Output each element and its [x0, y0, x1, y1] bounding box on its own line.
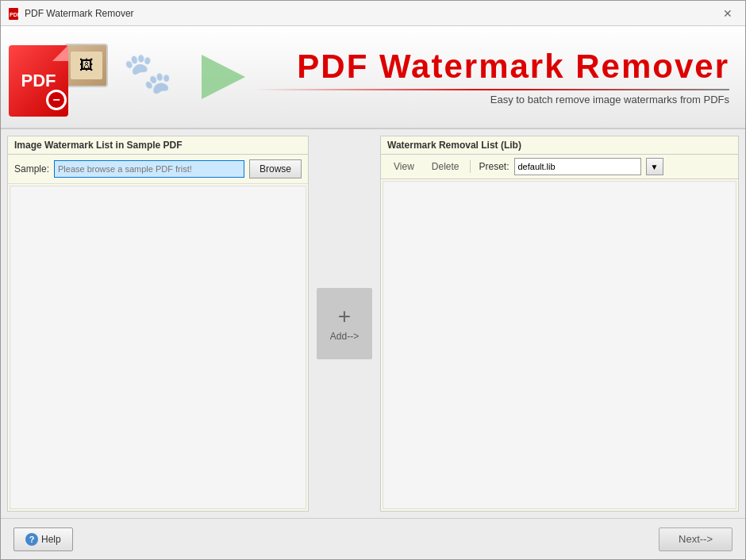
right-panel-title: Watermark Removal List (Lib) [381, 136, 738, 155]
add-label: Add--> [330, 331, 359, 342]
sample-row: Sample: Browse [8, 155, 308, 184]
middle-add-area: + Add--> [309, 136, 380, 512]
add-button[interactable]: + Add--> [317, 288, 372, 359]
right-content-area [383, 181, 736, 509]
pdf-text: PDF [21, 71, 56, 91]
delete-button[interactable]: Delete [425, 158, 466, 175]
close-button[interactable]: ✕ [717, 2, 739, 25]
right-toolbar: View Delete Preset: ▼ [381, 155, 738, 179]
preset-input[interactable] [514, 158, 641, 175]
no-circle-icon: − [46, 90, 67, 110]
svg-text:PDF: PDF [10, 12, 20, 17]
title-bar-text: PDF Watermark Remover [25, 8, 134, 19]
main-content: Image Watermark List in Sample PDF Sampl… [1, 129, 745, 518]
browse-button[interactable]: Browse [249, 159, 302, 178]
title-underline [255, 89, 729, 90]
panels-row: Image Watermark List in Sample PDF Sampl… [1, 129, 745, 518]
help-label: Help [41, 534, 61, 545]
preset-label: Preset: [479, 161, 509, 172]
view-button[interactable]: View [387, 158, 421, 175]
preset-dropdown-button[interactable]: ▼ [646, 158, 663, 175]
paw-icon: 🐾 [120, 45, 175, 101]
title-bar: PDF PDF Watermark Remover ✕ [1, 1, 745, 26]
app-subtitle: Easy to batch remove image watermarks fr… [490, 94, 729, 105]
left-content-area [10, 186, 306, 509]
pdf-icon: PDF − [9, 45, 68, 117]
left-panel-title: Image Watermark List in Sample PDF [8, 136, 308, 155]
app-icon: PDF [7, 7, 20, 20]
pdf-corner [52, 45, 68, 61]
header-icons: PDF − 🖼 🐾 [9, 26, 255, 128]
right-panel-group: Watermark Removal List (Lib) View Delete… [380, 136, 739, 512]
header-arrow [191, 53, 255, 101]
right-panel: Watermark Removal List (Lib) View Delete… [380, 136, 739, 512]
left-panel-group: Image Watermark List in Sample PDF Sampl… [7, 136, 309, 512]
header-banner: PDF − 🖼 🐾 PDF Watermark Remover Easy to … [1, 26, 745, 129]
next-button[interactable]: Next--> [659, 527, 733, 551]
sample-label: Sample: [14, 163, 49, 175]
title-bar-left: PDF PDF Watermark Remover [7, 7, 134, 20]
pdf-icon-wrapper: PDF − [9, 37, 80, 117]
add-plus-icon: + [338, 305, 351, 328]
help-circle-icon: ? [25, 533, 38, 546]
sample-input[interactable] [54, 160, 244, 178]
help-button[interactable]: ? Help [13, 527, 73, 551]
app-title: PDF Watermark Remover [297, 48, 729, 85]
toolbar-separator [470, 160, 471, 173]
bottom-bar: ? Help Next--> [1, 518, 745, 559]
header-title-area: PDF Watermark Remover Easy to batch remo… [255, 48, 729, 105]
arrow-shape [202, 55, 245, 99]
left-panel: Image Watermark List in Sample PDF Sampl… [7, 136, 309, 512]
